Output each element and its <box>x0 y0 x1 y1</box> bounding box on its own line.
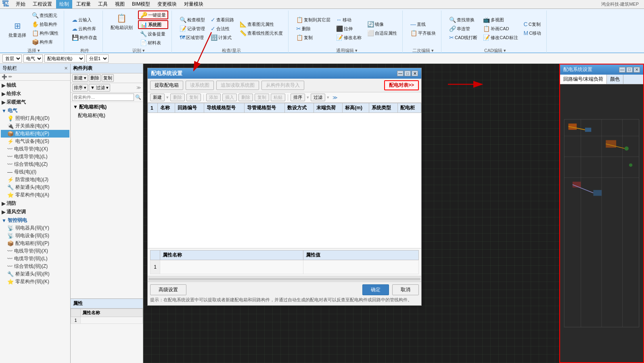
ok-btn[interactable]: 确定 <box>362 284 389 295</box>
dlg-new-btn[interactable]: 新建 <box>150 94 165 101</box>
scrollbar-thumb[interactable] <box>148 278 420 280</box>
comp-category-header[interactable]: ▼ 配电箱柜(电) <box>71 103 142 111</box>
tree-item-panel[interactable]: 📦配电箱柜(电)(P) <box>1 130 69 138</box>
ribbon-btn-one-key[interactable]: 🔑 一键提量 <box>138 10 168 19</box>
sub-toolbar-expand-icon[interactable]: ≫ <box>332 95 338 100</box>
tree-section-hvac-header[interactable]: ▶ 通风空调 <box>1 208 69 216</box>
ribbon-btn-mirror[interactable]: 🔄 镜像 <box>365 20 399 28</box>
dlg-dup-btn[interactable]: 复制 <box>255 94 269 101</box>
ribbon-btn-box-identify[interactable]: 📋 配电箱识别 <box>109 10 135 32</box>
menu-item-change[interactable]: 变更模块 <box>154 0 180 8</box>
dialog-scrollbar[interactable] <box>148 276 421 282</box>
tree-item-weak-cable[interactable]: 〰电缆导管(弱)(L) <box>1 255 69 263</box>
comp-new-btn[interactable]: 新建 ▾ <box>72 74 88 82</box>
ribbon-btn-supplement-cad[interactable]: 📋 补画CAD <box>481 25 520 33</box>
tree-item-misc-elec[interactable]: ⭐零星构件(电)(A) <box>1 191 69 199</box>
tree-item-weak-panel[interactable]: 📦配电箱柜(弱)(P) <box>1 240 69 247</box>
comp-filter-btn[interactable]: ▼ 过滤 ▾ <box>89 84 110 92</box>
panel-table-btn[interactable]: 配电对表>> <box>384 80 419 90</box>
ribbon-btn-rename[interactable]: 📝 修改名称 <box>334 33 364 42</box>
extract-panel-btn[interactable]: 提取配电箱 <box>150 81 183 90</box>
dlg-sort-btn[interactable]: 排序 <box>291 94 305 101</box>
ribbon-btn-comp-save[interactable]: 💾 构件存盘 <box>70 33 99 42</box>
nav-add-icon[interactable]: ➕ <box>2 74 7 79</box>
ribbon-btn-cloud-lib[interactable]: ☁ 云构件库 <box>70 25 99 33</box>
tree-item-switch[interactable]: 🔌开关插座(电)(K) <box>1 122 69 130</box>
tree-section-water-header[interactable]: ▶ 给排水 <box>1 90 69 98</box>
menu-item-tools[interactable]: 工具 <box>95 0 111 8</box>
dlg-copy-btn[interactable]: 复制 <box>186 94 201 101</box>
advanced-settings-btn[interactable]: 高级设置 <box>150 284 186 295</box>
component-select[interactable]: 配电箱柜(电) <box>44 54 85 63</box>
ribbon-btn-stretch[interactable]: ⬛ 拉伸 <box>334 25 364 33</box>
ribbon-btn-check-circuit[interactable]: ✓ 查看回路 <box>209 16 236 24</box>
floor-select[interactable]: 分层1 <box>86 54 109 63</box>
ribbon-btn-copy[interactable]: 📋 复制 <box>294 33 332 42</box>
tree-section-weakelec-header[interactable]: ▼ 智控弱电 <box>1 217 69 224</box>
menu-item-quantity[interactable]: 工程量 <box>73 0 94 8</box>
ribbon-btn-c-move[interactable]: M C移动 <box>522 29 544 37</box>
tree-item-lightning[interactable]: ⚡防雷接地(电)(J) <box>1 176 69 184</box>
ribbon-btn-cad-break[interactable]: ✂ CAD线打断 <box>447 33 479 42</box>
tree-item-tray-connector[interactable]: 🔧桥架通头(电)(R) <box>1 184 69 191</box>
cancel-btn[interactable]: 取消 <box>392 284 419 295</box>
menu-item-measure[interactable]: 对量模块 <box>181 0 207 8</box>
menu-item-view[interactable]: 视图 <box>112 0 128 8</box>
ribbon-btn-find[interactable]: 🔍 查找图元 <box>30 11 61 19</box>
tree-item-weak-wire[interactable]: 〰电线导管(弱)(X) <box>1 247 69 255</box>
ribbon-btn-area-mgmt[interactable]: 🗺 区域管理 <box>178 33 207 42</box>
nav-edit-icon[interactable]: ✏ <box>8 74 12 79</box>
dialog-minimize-btn[interactable]: — <box>397 71 404 76</box>
tree-item-weak-device[interactable]: 📡弱电器具(弱)(Y) <box>1 224 69 232</box>
menu-item-draw[interactable]: 绘制 <box>56 0 72 8</box>
tree-item-cable-conduit[interactable]: 〰电缆导管(电)(L) <box>1 153 69 161</box>
tree-item-busbar[interactable]: —母线(电)(I) <box>1 168 69 176</box>
comp-expand-icon[interactable]: ≫ <box>136 85 141 90</box>
rp-tab-color[interactable]: 颜色 <box>607 75 623 84</box>
add-read-system-btn[interactable]: 追加读取系统图 <box>216 81 259 90</box>
tree-item-elec-equip[interactable]: ⚡电气设备(电)(S) <box>1 138 69 145</box>
system-select[interactable]: 电气 <box>23 54 43 63</box>
menu-item-start[interactable]: 开始 <box>13 0 29 8</box>
ribbon-btn-material[interactable]: 📄 材料表 <box>138 39 168 47</box>
comp-search-input[interactable] <box>72 94 134 101</box>
ribbon-btn-equip-qty[interactable]: 🔧 设备提量 <box>138 30 168 38</box>
dialog-maximize-btn[interactable]: □ <box>404 71 411 76</box>
ribbon-btn-legality[interactable]: ✓ 合法性 <box>209 25 236 33</box>
ribbon-btn-calc[interactable]: 🔢 计算式 <box>209 33 236 42</box>
tree-item-wire-conduit[interactable]: 〰电线导管(电)(X) <box>1 145 69 153</box>
ribbon-btn-series-pipe[interactable]: 🔗 串连管 <box>447 25 479 33</box>
dlg-del-btn[interactable]: 删除 <box>238 94 253 101</box>
ribbon-btn-cloud-input[interactable]: ☁ 云输入 <box>70 16 99 24</box>
comp-sort-btn[interactable]: 排序 ▾ <box>72 84 88 92</box>
rp-maximize-btn[interactable]: □ <box>626 67 633 73</box>
ribbon-btn-batch-select[interactable]: ⊞ 批量选择 <box>6 18 28 40</box>
ribbon-btn-comp-attr[interactable]: 📋 构件/属性 <box>30 29 61 37</box>
ribbon-btn-c-copy[interactable]: C C复制 <box>522 20 544 28</box>
dlg-delete-btn[interactable]: 删除 <box>170 94 185 101</box>
comp-copy-btn[interactable]: 复制 <box>102 74 114 82</box>
ribbon-btn-adaptive[interactable]: ⬜ 自适应属性 <box>365 29 399 37</box>
nav-close-icon[interactable]: ✕ <box>64 66 68 71</box>
dlg-paste-btn[interactable]: 粘贴 <box>271 94 285 101</box>
ribbon-btn-find-replace[interactable]: 🔍 查找替换 <box>447 16 479 24</box>
ribbon-btn-pick[interactable]: ✋ 拾取构件 <box>30 20 61 28</box>
comp-delete-btn[interactable]: 删除 <box>89 74 101 82</box>
tree-item-combined-pipe[interactable]: 〰综合管线(电)(Z) <box>1 161 69 168</box>
main-dialog[interactable]: 配电系统设置 — □ ✕ 提取配电箱 读系统图 追加读取系统图 从构件列表导入 … <box>147 68 422 306</box>
dlg-add-btn[interactable]: 添加 <box>206 94 221 101</box>
dlg-insert-btn[interactable]: 插入 <box>222 94 237 101</box>
ribbon-btn-check-model[interactable]: 🔍 检查模型 <box>178 16 207 24</box>
ribbon-btn-system-diagram[interactable]: 📊 系统图 <box>138 20 168 29</box>
from-list-btn[interactable]: 从构件列表导入 <box>261 81 304 90</box>
dialog-close-btn[interactable]: ✕ <box>412 71 418 76</box>
read-system-btn[interactable]: 读系统图 <box>186 81 214 90</box>
tree-item-weak-tray[interactable]: 🔧桥架通头(弱)(R) <box>1 270 69 278</box>
tree-item-light[interactable]: 💡照明灯具(电)(D) <box>1 115 69 122</box>
tree-section-electric-header[interactable]: ▼ 电气 <box>1 107 69 115</box>
ribbon-btn-modify-cad[interactable]: 📝 修改CAD标注 <box>481 33 520 42</box>
ribbon-btn-multi-view[interactable]: 📺 多视图 <box>481 16 520 24</box>
ribbon-btn-straight-line[interactable]: — 直线 <box>408 20 438 28</box>
ribbon-btn-copy-layer[interactable]: 📋 复制到其它层 <box>294 16 332 24</box>
tree-section-heating-header[interactable]: ▶ 采暖燃气 <box>1 98 69 106</box>
